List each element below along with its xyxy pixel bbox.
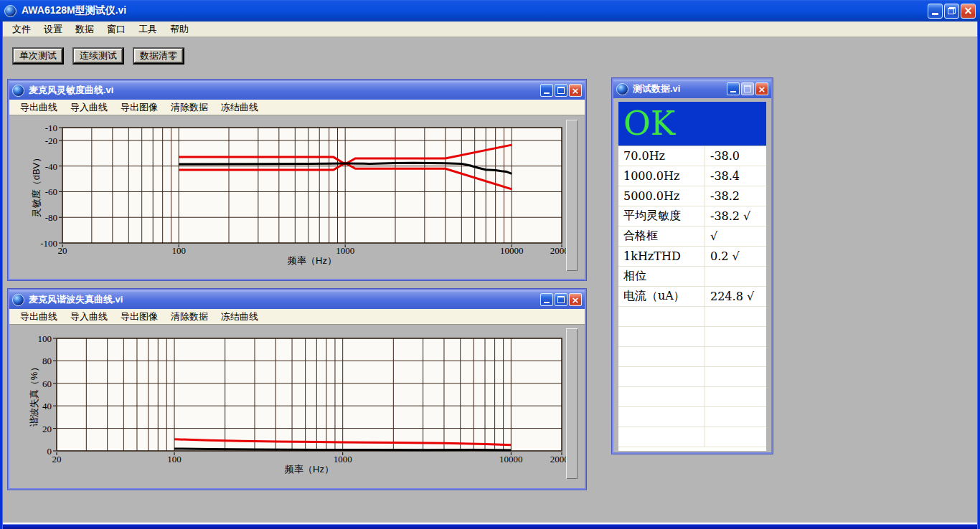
menu-import-curve[interactable]: 导入曲线: [64, 101, 114, 114]
row-label: 电流（uA）: [618, 287, 705, 306]
main-window-title: AWA6128M型测试仪.vi: [22, 4, 928, 17]
distortion-window-menubar: 导出曲线 导入曲线 导出图像 清除数据 冻结曲线: [9, 309, 585, 325]
distortion-curve-window: 麦克风谐波失真曲线.vi × 导出曲线 导入曲线 导出图像 清除数据 冻结曲线 …: [7, 288, 587, 490]
window-border-left: [0, 22, 3, 529]
table-row[interactable]: [618, 327, 766, 347]
close-icon: ×: [572, 86, 580, 95]
window-border-right: [977, 22, 980, 529]
menu-file[interactable]: 文件: [6, 23, 37, 36]
menu-export-curve[interactable]: 导出曲线: [14, 310, 64, 323]
close-button[interactable]: ×: [961, 4, 976, 19]
menu-freeze-curve[interactable]: 冻结曲线: [215, 310, 265, 323]
row-label: [618, 407, 705, 426]
table-row[interactable]: 电流（uA）224.8 √: [618, 287, 766, 307]
table-row[interactable]: 平均灵敏度-38.2 √: [618, 206, 766, 227]
y-tick-label: 80: [42, 356, 52, 366]
single-test-button[interactable]: 单次测试: [12, 47, 64, 65]
row-value: 0.2 √: [705, 247, 766, 266]
menu-settings[interactable]: 设置: [37, 23, 69, 36]
row-value: [705, 407, 766, 426]
menu-clear-data[interactable]: 清除数据: [164, 310, 215, 323]
sensitivity-window-menubar: 导出曲线 导入曲线 导出图像 清除数据 冻结曲线: [9, 100, 585, 115]
table-row[interactable]: 70.0Hz-38.0: [618, 146, 766, 166]
plot-area: [57, 338, 562, 451]
row-label: [618, 307, 705, 326]
row-label: 1000.0Hz: [618, 166, 705, 186]
close-icon: ×: [758, 85, 766, 94]
x-tick-label: 10000: [499, 454, 523, 464]
x-axis-title: 频率（Hz）: [284, 464, 334, 475]
plot-area: [62, 128, 562, 243]
minimize-button[interactable]: [540, 84, 553, 97]
y-tick-label: 40: [42, 401, 52, 411]
menu-import-curve[interactable]: 导入曲线: [64, 310, 114, 323]
maximize-icon: [557, 296, 565, 303]
maximize-icon: [744, 85, 751, 92]
y-tick-label: -20: [45, 135, 57, 146]
row-value: [705, 347, 766, 366]
maximize-button[interactable]: [555, 84, 567, 97]
restore-button[interactable]: [944, 4, 959, 19]
row-label: [618, 387, 705, 406]
menu-data[interactable]: 数据: [69, 23, 100, 36]
menu-clear-data[interactable]: 清除数据: [164, 101, 215, 114]
main-menubar: 文件 设置 数据 窗口 工具 帮助: [3, 22, 977, 37]
maximize-icon: [557, 87, 565, 94]
distortion-window-title: 麦克风谐波失真曲线.vi: [29, 293, 540, 306]
close-button[interactable]: ×: [755, 82, 768, 95]
x-tick-label: 20: [52, 454, 62, 464]
chart-right-rail: [566, 328, 578, 479]
vi-icon: [616, 83, 628, 95]
table-row[interactable]: 相位: [618, 267, 766, 287]
row-value: -38.2 √: [705, 206, 766, 226]
sensitivity-window-titlebar[interactable]: 麦克风灵敏度曲线.vi ×: [9, 81, 585, 100]
row-label: 1kHzTHD: [618, 247, 705, 266]
window-border-bottom: [3, 523, 977, 529]
maximize-button[interactable]: [555, 293, 567, 306]
minimize-button[interactable]: [928, 4, 943, 19]
table-row[interactable]: [618, 367, 766, 387]
minimize-icon: [932, 13, 938, 15]
vi-icon: [12, 294, 24, 306]
testdata-window-title: 测试数据.vi: [633, 82, 727, 95]
restore-icon: [948, 7, 956, 14]
row-value: -38.0: [705, 146, 766, 166]
table-row[interactable]: [618, 347, 766, 367]
menu-export-curve[interactable]: 导出曲线: [14, 101, 64, 114]
data-clear-button[interactable]: 数据清零: [133, 47, 184, 65]
close-icon: ×: [572, 295, 580, 305]
table-row[interactable]: [618, 427, 766, 447]
testdata-window-titlebar[interactable]: 测试数据.vi ×: [613, 80, 771, 98]
row-value: [705, 387, 766, 406]
continuous-test-button[interactable]: 连续测试: [72, 47, 124, 65]
close-button[interactable]: ×: [569, 293, 582, 306]
menu-tools[interactable]: 工具: [132, 23, 164, 36]
x-tick-label: 100: [167, 454, 182, 464]
menu-export-image[interactable]: 导出图像: [114, 310, 164, 323]
menu-window[interactable]: 窗口: [100, 23, 132, 36]
test-data-window: 测试数据.vi × OK 70.0Hz-38.01000.0Hz-38.4500…: [611, 77, 773, 454]
y-tick-label: -100: [40, 238, 57, 249]
menu-export-image[interactable]: 导出图像: [114, 101, 164, 114]
table-row[interactable]: [618, 387, 766, 407]
series-thd: [174, 449, 511, 450]
table-row[interactable]: 5000.0Hz-38.2: [618, 186, 766, 206]
y-tick-label: -60: [45, 186, 57, 197]
table-row[interactable]: 1kHzTHD0.2 √: [618, 247, 766, 267]
menu-help[interactable]: 帮助: [164, 23, 195, 36]
close-button[interactable]: ×: [569, 84, 582, 97]
x-tick-label: 10000: [500, 245, 524, 256]
table-row[interactable]: 1000.0Hz-38.4: [618, 166, 766, 186]
y-axis-title: 谐波失真（%）: [29, 363, 39, 427]
table-row[interactable]: [618, 307, 766, 327]
menu-freeze-curve[interactable]: 冻结曲线: [215, 101, 265, 114]
sensitivity-chart: 2010010001000020000-10-20-40-60-80-100频率…: [9, 115, 585, 279]
row-value: [705, 367, 766, 386]
table-row[interactable]: 合格框√: [618, 227, 766, 247]
row-value: -38.2: [705, 186, 766, 206]
minimize-button[interactable]: [727, 82, 740, 95]
minimize-button[interactable]: [540, 293, 553, 306]
distortion-window-titlebar[interactable]: 麦克风谐波失真曲线.vi ×: [9, 290, 585, 309]
main-titlebar[interactable]: AWA6128M型测试仪.vi ×: [0, 0, 980, 22]
table-row[interactable]: [618, 407, 766, 427]
